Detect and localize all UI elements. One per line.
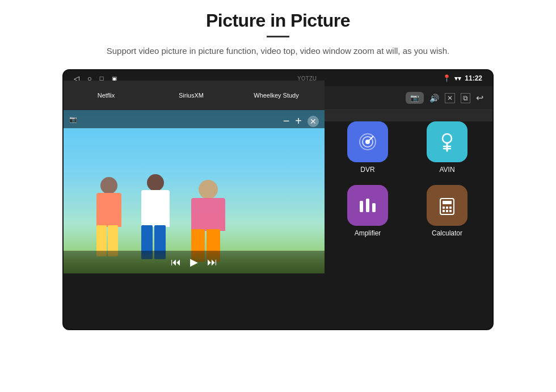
pip-container[interactable]: 📷 − + ✕ ⏮ ▶ ⏭	[64, 110, 325, 273]
page-container: Picture in Picture Support video picture…	[0, 0, 556, 392]
device-frame: ◁ ○ □ ▣ 📍 ▾▾ 11:22 ⌂ ⚡ ▾ 5:28 PM	[62, 69, 494, 330]
wheelkey-label: Wheelkey Study	[254, 92, 298, 99]
svg-rect-17	[446, 210, 448, 212]
pip-minus-btn[interactable]: −	[283, 115, 290, 128]
pip-bottom-controls: ⏮ ▶ ⏭	[64, 251, 325, 273]
app-item-calculator[interactable]: Calculator	[407, 179, 487, 243]
svg-rect-15	[449, 206, 452, 209]
calculator-icon	[427, 185, 467, 226]
avin-icon	[427, 121, 467, 162]
camera-icon: 📷	[410, 94, 419, 102]
svg-rect-9	[366, 199, 369, 212]
page-subtitle: Support video picture in picture functio…	[107, 44, 449, 58]
pip-window-icon[interactable]: ⧉	[461, 93, 470, 103]
amplifier-icon	[347, 185, 388, 226]
video-scene	[64, 110, 325, 273]
status-time: 11:22	[465, 74, 482, 82]
pip-plus-btn[interactable]: +	[295, 115, 302, 128]
app-siriusxm[interactable]: SiriusXM	[149, 92, 234, 99]
pip-video	[64, 110, 325, 273]
camera-button[interactable]: 📷	[406, 92, 424, 104]
svg-rect-14	[446, 206, 448, 209]
pip-controls-bar: 📷 − + ✕	[64, 110, 325, 128]
app-netflix[interactable]: Netflix	[64, 92, 149, 99]
app-item-avin[interactable]: AVIN	[407, 116, 487, 179]
app-item-amplifier[interactable]: Amplifier	[328, 179, 407, 243]
location-icon: 📍	[443, 74, 451, 82]
page-title: Picture in Picture	[206, 10, 350, 31]
close-x-icon[interactable]: ✕	[445, 93, 455, 103]
pip-camera-icon: 📷	[69, 116, 77, 123]
svg-rect-13	[443, 206, 445, 209]
pip-play-btn[interactable]: ▶	[190, 256, 198, 268]
volume-icon[interactable]: 🔊	[429, 94, 439, 103]
app-item-dvr[interactable]: DVR	[328, 116, 407, 179]
netflix-label: Netflix	[98, 92, 115, 99]
dvr-icon	[347, 121, 388, 162]
avin-label: AVIN	[439, 166, 454, 174]
pip-prev-btn[interactable]: ⏮	[171, 256, 181, 268]
pip-resize-controls: − + ✕	[283, 115, 319, 128]
svg-point-4	[443, 134, 452, 143]
amplifier-label: Amplifier	[355, 229, 381, 237]
person-3	[188, 180, 228, 262]
svg-rect-10	[372, 203, 376, 212]
siriusxm-label: SiriusXM	[179, 92, 204, 99]
pip-next-btn[interactable]: ⏭	[207, 256, 217, 268]
svg-rect-18	[449, 210, 452, 212]
person-1	[92, 177, 126, 256]
svg-rect-12	[443, 201, 452, 204]
svg-rect-16	[443, 210, 445, 212]
status-bar-right: 📍 ▾▾ 11:22	[443, 74, 482, 82]
back-arrow-icon[interactable]: ↩	[476, 92, 483, 103]
person-2	[137, 174, 174, 259]
title-divider	[267, 36, 289, 37]
app-wheelkey[interactable]: Wheelkey Study	[234, 92, 319, 99]
toolbar-right: 📷 🔊 ✕ ⧉ ↩	[406, 92, 483, 104]
svg-rect-8	[360, 201, 363, 212]
dvr-label: DVR	[360, 166, 374, 174]
calculator-label: Calculator	[432, 229, 462, 237]
watermark: YOTZU	[297, 75, 317, 82]
bottom-app-bar: Netflix SiriusXM Wheelkey Study	[64, 81, 325, 110]
wifi-icon: ▾▾	[454, 75, 461, 82]
pip-close-btn[interactable]: ✕	[308, 116, 319, 127]
app-grid: DVR AVIN	[322, 110, 492, 121]
